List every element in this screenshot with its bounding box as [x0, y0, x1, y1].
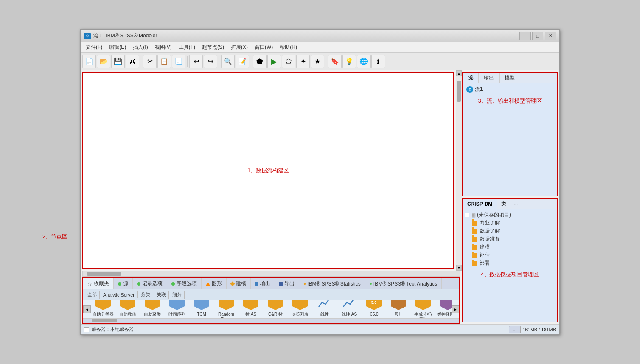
star2-button[interactable]: ★: [311, 55, 324, 68]
canvas-content[interactable]: 1、数据流构建区: [82, 72, 454, 269]
menu-supernode[interactable]: 超节点(S): [199, 43, 227, 52]
node-tab-favorites[interactable]: ☆收藏夹: [83, 278, 114, 289]
menu-window[interactable]: 窗口(W): [251, 43, 276, 52]
node-auto-cluster[interactable]: 自助聚类: [142, 300, 163, 317]
tree-item-data-prep-label: 数据准备: [480, 235, 500, 243]
random-trees-icon: [218, 300, 235, 311]
node-auto-numeric[interactable]: 自助数值: [117, 300, 138, 317]
tab-output[interactable]: 输出: [479, 73, 500, 83]
node-time-series[interactable]: 时间序列: [166, 300, 188, 317]
flow-icon: ⚙: [466, 86, 473, 93]
menu-tools[interactable]: 工具(T): [175, 43, 199, 52]
node-scroll-right[interactable]: ►: [452, 305, 459, 313]
scroll-track[interactable]: [456, 76, 462, 265]
cut-button[interactable]: ✂: [143, 55, 157, 68]
globe-button[interactable]: 🌐: [357, 55, 371, 68]
menu-help[interactable]: 帮助(H): [276, 43, 300, 52]
tab-flow[interactable]: 流: [463, 73, 479, 83]
section-all[interactable]: 全部: [85, 291, 100, 299]
node-bayes[interactable]: 贝叶: [388, 300, 409, 317]
minus-icon[interactable]: −: [465, 213, 469, 217]
menu-extend[interactable]: 扩展(X): [227, 43, 251, 52]
node-linear-as[interactable]: 线性 AS: [339, 300, 360, 317]
minimize-button[interactable]: ─: [519, 32, 531, 40]
node-list-row: 全部 Analytic Server 分类 关联 细分: [83, 289, 459, 300]
auto-cluster-label: 自助聚类: [144, 312, 161, 317]
undo-button[interactable]: ↩: [189, 55, 203, 68]
stop-button[interactable]: ⬠: [282, 55, 295, 68]
open-button[interactable]: 📂: [97, 55, 110, 68]
node-linear[interactable]: 线性: [314, 300, 335, 317]
node-tree-as[interactable]: 树 AS: [240, 300, 261, 317]
tree-item-eval[interactable]: 评估: [472, 251, 555, 259]
node-scroll-left[interactable]: ◄: [83, 305, 91, 313]
folder-data-prep-icon: [472, 237, 477, 242]
tab-crisp-dm[interactable]: CRISP-DM: [463, 199, 497, 209]
menu-edit[interactable]: 编辑(E): [106, 43, 129, 52]
flow-item[interactable]: ⚙ 流1: [465, 85, 555, 94]
section-classify[interactable]: 分类: [138, 291, 153, 299]
canvas-hscrollbar[interactable]: [82, 271, 460, 277]
copy-button[interactable]: 📋: [157, 55, 171, 68]
node-neural[interactable]: 类神经网络: [437, 300, 452, 317]
folder-model-icon: [472, 245, 477, 250]
canvas-with-scroll: 1、数据流构建区 ▲ ▼: [81, 70, 462, 271]
node-tab-spss-stats[interactable]: ●IBM® SPSS® Statistics: [299, 278, 365, 289]
menu-view[interactable]: 视图(V): [152, 43, 175, 52]
redo-button[interactable]: ↪: [204, 55, 217, 68]
node-tcm[interactable]: TCM: [191, 300, 212, 317]
node-gen-bayes[interactable]: 生成分析/贝叶: [413, 300, 434, 318]
tree-item-data-understand[interactable]: 数据了解: [472, 227, 555, 235]
node-c50[interactable]: 5.0 C5.0: [363, 300, 385, 317]
bookmark-button[interactable]: 🔖: [328, 55, 342, 68]
status-dots-button[interactable]: ...: [509, 326, 521, 333]
node-decision-list[interactable]: 决策列表: [289, 300, 311, 317]
separator-2: [187, 56, 188, 67]
node-cr-tree[interactable]: C&R 树: [265, 300, 286, 317]
rb-label: 4、数据挖掘项目管理区: [465, 267, 555, 282]
edit2-button[interactable]: 📝: [236, 55, 249, 68]
save-button[interactable]: 💾: [111, 55, 125, 68]
node-auto-classifier[interactable]: 自助分类器: [93, 300, 114, 317]
section-associate[interactable]: 关联: [154, 291, 169, 299]
c50-icon: 5.0: [365, 300, 382, 311]
section-analytic[interactable]: Analytic Server: [101, 291, 138, 298]
print-button[interactable]: 🖨: [126, 55, 139, 68]
close-button[interactable]: ✕: [545, 32, 556, 40]
tree-item-data-prep[interactable]: 数据准备: [472, 235, 555, 243]
section-segment[interactable]: 细分: [170, 291, 185, 299]
info-button[interactable]: ℹ: [371, 55, 385, 68]
light-button[interactable]: 💡: [342, 55, 356, 68]
node-tab-graph[interactable]: 图形: [202, 278, 227, 289]
tree-item-model[interactable]: 建模: [472, 243, 555, 251]
new-button[interactable]: 📄: [82, 55, 96, 68]
node-random-trees[interactable]: Random Trees: [216, 300, 237, 318]
tree-item-biz[interactable]: 商业了解: [472, 219, 555, 227]
scroll-up-button[interactable]: ▲: [456, 70, 462, 76]
node-tab-record[interactable]: 记录选项: [133, 278, 167, 289]
status-server-label: 服务器：本地服务器: [92, 326, 134, 333]
tree-item-deploy-label: 部署: [480, 260, 490, 267]
menu-file[interactable]: 文件(F): [82, 43, 106, 52]
node-tab-export[interactable]: 导出: [275, 278, 299, 289]
tree-item-deploy[interactable]: 部署: [472, 259, 555, 267]
node-tab-source[interactable]: 源: [114, 278, 133, 289]
canvas-vscrollbar[interactable]: ▲ ▼: [456, 70, 462, 271]
tab-class[interactable]: 类: [497, 199, 511, 209]
node-hscrollbar[interactable]: [83, 318, 459, 323]
node-tab-model[interactable]: 建模: [227, 278, 251, 289]
maximize-button[interactable]: □: [532, 32, 543, 40]
tab-model[interactable]: 模型: [500, 73, 520, 83]
paste-button[interactable]: 📃: [172, 55, 185, 68]
menu-insert[interactable]: 插入(I): [129, 43, 151, 52]
run-button[interactable]: ▶: [267, 55, 281, 68]
tree-root[interactable]: − ▣ (未保存的项目): [465, 211, 555, 219]
star1-button[interactable]: ✦: [296, 55, 310, 68]
node-button[interactable]: ⬟: [253, 55, 267, 68]
node-tab-spss-text[interactable]: ●IBM® SPSS® Text Analytics: [365, 278, 442, 289]
scroll-down-button[interactable]: ▼: [456, 265, 462, 271]
find-button[interactable]: 🔍: [221, 55, 235, 68]
node-tabs-row: ☆收藏夹 源 记录选项 字段选项 图形 建模: [83, 278, 459, 289]
node-tab-output[interactable]: 输出: [251, 278, 275, 289]
node-tab-field[interactable]: 字段选项: [167, 278, 202, 289]
